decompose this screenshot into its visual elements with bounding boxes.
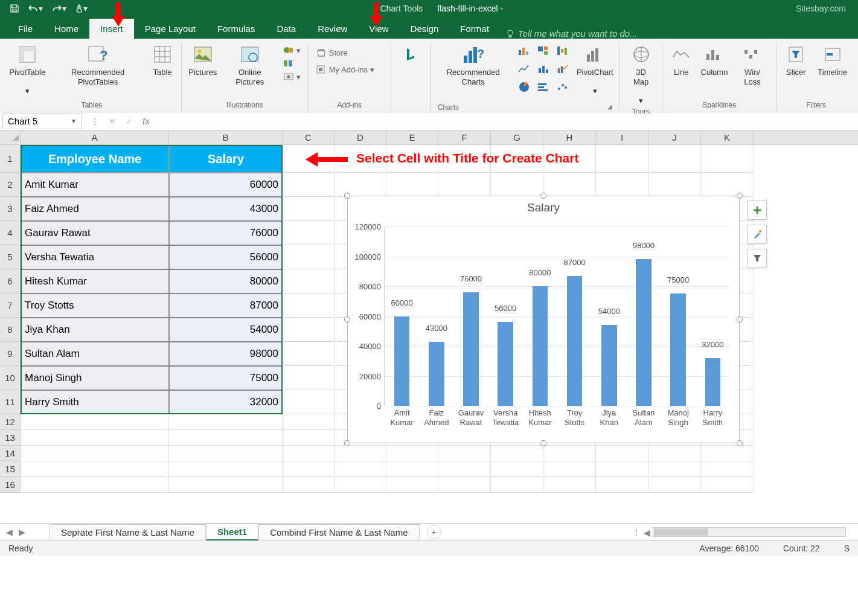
col-header-F[interactable]: F	[438, 130, 491, 144]
col-header-I[interactable]: I	[596, 130, 648, 144]
cell[interactable]	[335, 461, 386, 477]
cancel-icon[interactable]: ✕	[109, 117, 116, 126]
pivotchart-button[interactable]: PivotChart▾	[575, 42, 615, 97]
chart-bar[interactable]	[429, 342, 444, 406]
timeline-button[interactable]: Timeline	[814, 42, 851, 79]
sparkline-line-button[interactable]: Line	[667, 42, 695, 79]
table-header[interactable]: Employee Name	[21, 145, 169, 173]
sheet-tab-2[interactable]: Combind First Name & Last Name	[258, 524, 419, 540]
cell[interactable]	[701, 145, 754, 173]
recommended-charts-button[interactable]: ? Recommended Charts	[435, 42, 511, 88]
chart-filters-button[interactable]	[748, 249, 767, 268]
chart-title[interactable]: Salary	[348, 196, 739, 219]
horizontal-scrollbar[interactable]: ⋮ ◀	[441, 527, 852, 537]
row-header-9[interactable]: 9	[0, 342, 20, 366]
cell[interactable]	[701, 446, 754, 461]
cell[interactable]	[491, 446, 543, 461]
chevron-down-icon[interactable]: ▼	[71, 118, 77, 124]
table-cell-name[interactable]: Gaurav Rawat	[21, 221, 169, 245]
row-header-7[interactable]: 7	[0, 294, 20, 318]
cell[interactable]	[283, 197, 335, 221]
cell[interactable]	[648, 461, 701, 477]
row-header-13[interactable]: 13	[0, 430, 20, 446]
cell[interactable]	[335, 173, 386, 197]
cell[interactable]	[335, 446, 386, 461]
row-header-12[interactable]: 12	[0, 414, 20, 430]
chart-bar[interactable]	[567, 276, 583, 406]
table-cell-name[interactable]: Faiz Ahmed	[21, 197, 169, 221]
tab-split-handle[interactable]: ⋮	[632, 527, 641, 537]
column-chart-icon[interactable]	[515, 42, 533, 59]
chart-bar[interactable]	[533, 286, 548, 406]
cell[interactable]	[386, 446, 438, 461]
row-header-4[interactable]: 4	[0, 221, 20, 245]
tab-design[interactable]: Design	[400, 19, 450, 39]
col-header-G[interactable]: G	[491, 130, 543, 144]
table-cell-salary[interactable]: 60000	[169, 173, 283, 197]
sheet-nav-prev[interactable]: ◀	[6, 527, 13, 537]
cell[interactable]	[543, 446, 596, 461]
cell[interactable]	[283, 269, 335, 294]
table-cell-name[interactable]: Sultan Alam	[21, 342, 169, 366]
save-icon[interactable]	[10, 2, 19, 14]
cell[interactable]	[648, 477, 701, 493]
table-cell-salary[interactable]: 43000	[169, 197, 283, 221]
table-cell-salary[interactable]: 87000	[169, 294, 283, 318]
tab-data[interactable]: Data	[266, 19, 307, 39]
undo-icon[interactable]: ▾	[28, 2, 43, 14]
table-cell-salary[interactable]: 80000	[169, 269, 283, 294]
shapes-button[interactable]: ▾	[281, 45, 303, 56]
col-header-C[interactable]: C	[283, 130, 335, 144]
redo-icon[interactable]: ▾	[51, 2, 66, 14]
screenshot-button[interactable]: ▾	[281, 71, 303, 82]
chart-resize-handle[interactable]	[344, 440, 350, 446]
table-button[interactable]: Table	[149, 42, 176, 79]
row-header-15[interactable]: 15	[0, 461, 20, 477]
charts-dialog-launcher[interactable]: ◢	[607, 103, 612, 112]
chart-bar[interactable]	[394, 316, 410, 406]
table-cell-name[interactable]: Hitesh Kumar	[21, 269, 169, 294]
fx-icon[interactable]: fx	[142, 116, 150, 126]
smartart-button[interactable]	[281, 58, 303, 69]
chart-resize-handle[interactable]	[737, 316, 743, 322]
cell[interactable]	[596, 145, 648, 173]
table-cell-name[interactable]: Jiya Khan	[21, 318, 169, 342]
cell[interactable]	[169, 430, 283, 446]
hierarchy-chart-icon[interactable]	[534, 42, 552, 59]
store-button[interactable]: Store	[313, 47, 350, 58]
combo-chart-icon[interactable]	[554, 60, 572, 77]
tab-formulas[interactable]: Formulas	[206, 19, 266, 39]
cell[interactable]	[543, 477, 596, 493]
table-cell-salary[interactable]: 56000	[169, 245, 283, 269]
waterfall-chart-icon[interactable]	[554, 42, 572, 59]
cell[interactable]	[169, 446, 283, 461]
enter-icon[interactable]: ✓	[126, 117, 133, 126]
cell[interactable]	[283, 245, 335, 269]
table-cell-salary[interactable]: 76000	[169, 221, 283, 245]
cell[interactable]	[169, 477, 283, 493]
table-cell-salary[interactable]: 54000	[169, 318, 283, 342]
pie-chart-icon[interactable]	[515, 79, 533, 95]
cell[interactable]	[283, 342, 335, 366]
cell[interactable]	[386, 173, 438, 197]
sparkline-winloss-button[interactable]: Win/ Loss	[734, 42, 772, 88]
3d-map-button[interactable]: 3D Map▾	[625, 42, 657, 106]
row-header-5[interactable]: 5	[0, 245, 20, 269]
cell[interactable]	[491, 173, 543, 197]
scatter-chart-icon[interactable]	[554, 79, 572, 95]
chart-bar[interactable]	[463, 292, 479, 406]
table-cell-salary[interactable]: 32000	[169, 390, 283, 414]
table-cell-salary[interactable]: 98000	[169, 342, 283, 366]
cell[interactable]	[21, 446, 169, 461]
cell[interactable]	[283, 221, 335, 245]
sheet-tab-0[interactable]: Seprate First Name & Last Name	[50, 524, 206, 540]
row-header-8[interactable]: 8	[0, 318, 20, 342]
col-header-H[interactable]: H	[543, 130, 596, 144]
cell[interactable]	[169, 414, 283, 430]
cell[interactable]	[701, 477, 754, 493]
slicer-button[interactable]: Slicer	[781, 42, 810, 79]
tab-home[interactable]: Home	[43, 19, 89, 39]
table-cell-name[interactable]: Versha Tewatia	[21, 245, 169, 269]
tab-file[interactable]: File	[7, 19, 43, 39]
cell[interactable]	[648, 145, 701, 173]
